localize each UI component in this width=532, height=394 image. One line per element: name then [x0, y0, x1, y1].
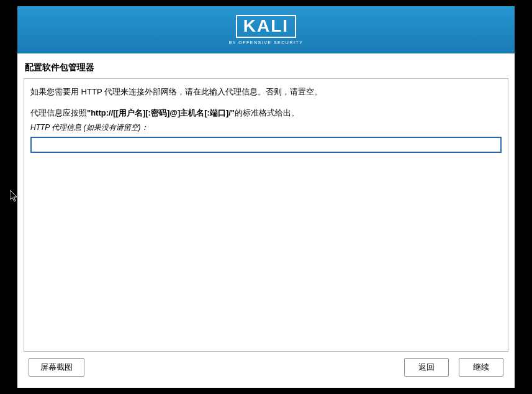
- header-banner: KALI BY OFFENSIVE SECURITY: [17, 6, 515, 53]
- instruction2-suffix: 的标准格式给出。: [235, 108, 299, 117]
- continue-button[interactable]: 继续: [459, 358, 503, 377]
- back-button[interactable]: 返回: [404, 358, 449, 377]
- installer-window: KALI BY OFFENSIVE SECURITY 配置软件包管理器 如果您需…: [17, 6, 515, 388]
- content-area: 如果您需要用 HTTP 代理来连接外部网络，请在此输入代理信息。否则，请置空。 …: [24, 78, 508, 352]
- screenshot-button[interactable]: 屏幕截图: [29, 358, 84, 377]
- proxy-input[interactable]: [30, 137, 502, 153]
- instruction2-prefix: 代理信息应按照: [30, 108, 87, 117]
- logo-text: KALI: [243, 16, 289, 35]
- title-section: 配置软件包管理器: [17, 53, 515, 78]
- logo-rect: KALI: [236, 15, 296, 38]
- logo-subtitle: BY OFFENSIVE SECURITY: [229, 40, 304, 45]
- page-title: 配置软件包管理器: [25, 62, 507, 73]
- kali-logo: KALI BY OFFENSIVE SECURITY: [229, 15, 304, 45]
- footer-right-group: 返回 继续: [404, 358, 503, 377]
- proxy-field-label: HTTP 代理信息 (如果没有请留空)：: [30, 122, 502, 133]
- footer-bar: 屏幕截图 返回 继续: [17, 358, 515, 388]
- instruction2-format: "http://[[用户名][:密码]@]主机名[:端口]/": [87, 108, 235, 117]
- instruction-text-1: 如果您需要用 HTTP 代理来连接外部网络，请在此输入代理信息。否则，请置空。: [30, 86, 502, 98]
- instruction-text-2: 代理信息应按照"http://[[用户名][:密码]@]主机名[:端口]/"的标…: [30, 108, 502, 119]
